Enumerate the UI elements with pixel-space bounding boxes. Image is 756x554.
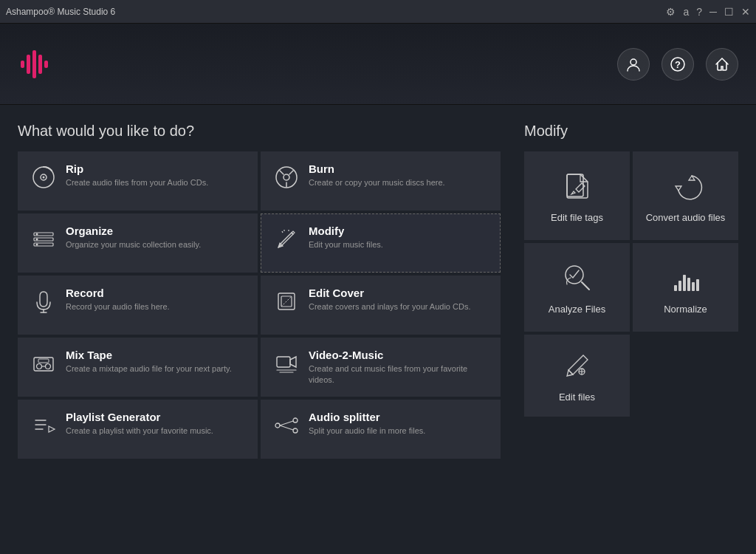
audio-splitter-item[interactable]: Audio splitter Split your audio file in … <box>261 400 501 459</box>
edit-cover-desc: Create covers and inlays for your Audio … <box>309 301 471 312</box>
svg-rect-47 <box>692 282 695 291</box>
modify-desc: Edit your music files. <box>309 239 383 250</box>
normalize-label: Normalize <box>664 304 707 316</box>
svg-rect-31 <box>277 357 290 367</box>
convert-audio-files-icon <box>668 168 704 205</box>
modify-grid: Edit file tags Convert audio files <box>524 151 738 417</box>
organize-text: Organize Organize your music collection … <box>66 225 201 250</box>
left-section-title: What would you like to do? <box>18 123 501 140</box>
burn-item[interactable]: Burn Create or copy your music discs her… <box>261 151 501 211</box>
svg-rect-46 <box>687 278 690 291</box>
home-button[interactable] <box>706 48 738 81</box>
edit-cover-item[interactable]: Edit Cover Create covers and inlays for … <box>261 276 501 335</box>
help-button[interactable]: ? <box>662 48 694 81</box>
svg-point-40 <box>293 428 298 433</box>
organize-item[interactable]: Organize Organize your music collection … <box>18 213 258 273</box>
svg-point-28 <box>37 364 42 369</box>
svg-line-26 <box>281 296 292 307</box>
audio-splitter-title: Audio splitter <box>309 411 425 423</box>
edit-files-item[interactable]: Edit files <box>524 335 630 417</box>
svg-point-17 <box>36 239 38 241</box>
svg-rect-43 <box>674 285 677 291</box>
video-2-music-title: Video-2-Music <box>309 349 488 361</box>
normalize-icon <box>668 259 704 296</box>
edit-file-tags-icon <box>560 168 595 205</box>
rip-item[interactable]: Rip Create audio files from your Audio C… <box>18 151 258 211</box>
svg-point-29 <box>46 364 51 369</box>
action-grid: Rip Create audio files from your Audio C… <box>18 151 501 459</box>
organize-desc: Organize your music collection easily. <box>66 239 201 250</box>
rip-icon <box>30 164 57 191</box>
rip-title: Rip <box>66 163 208 175</box>
svg-rect-44 <box>678 281 681 291</box>
convert-audio-files-label: Convert audio files <box>646 212 726 225</box>
video-2-music-text: Video-2-Music Create and cut music files… <box>309 349 488 386</box>
header-actions: ? <box>617 48 738 81</box>
burn-title: Burn <box>309 163 445 175</box>
svg-rect-30 <box>38 359 49 363</box>
edit-cover-title: Edit Cover <box>309 287 471 299</box>
account-button[interactable] <box>617 48 650 81</box>
settings-icon[interactable]: ⚙ <box>666 6 676 18</box>
svg-point-18 <box>36 244 38 246</box>
organize-icon <box>30 226 57 253</box>
audio-splitter-desc: Split your audio file in more files. <box>309 425 425 437</box>
playlist-generator-desc: Create a playlist with your favorite mus… <box>66 425 213 437</box>
edit-files-icon <box>561 347 594 384</box>
rip-text: Rip Create audio files from your Audio C… <box>66 163 208 188</box>
playlist-generator-text: Playlist Generator Create a playlist wit… <box>66 411 213 437</box>
svg-point-38 <box>275 423 280 428</box>
svg-rect-0 <box>21 61 24 68</box>
analyze-files-item[interactable]: Analyze Files <box>524 243 630 332</box>
analyze-files-label: Analyze Files <box>549 304 605 316</box>
maximize-icon[interactable]: ☐ <box>724 6 734 18</box>
record-desc: Record your audio files here. <box>66 301 170 312</box>
modify-title: Modify <box>309 225 383 237</box>
svg-marker-37 <box>49 426 55 432</box>
svg-rect-27 <box>34 358 53 371</box>
mix-tape-item[interactable]: Mix Tape Create a mixtape audio file for… <box>18 338 258 397</box>
svg-rect-48 <box>696 279 699 291</box>
svg-line-21 <box>282 231 283 233</box>
audio-splitter-text: Audio splitter Split your audio file in … <box>309 411 425 437</box>
video-2-music-item[interactable]: Video-2-Music Create and cut music files… <box>261 338 501 397</box>
svg-rect-3 <box>38 55 42 74</box>
playlist-generator-item[interactable]: Playlist Generator Create a playlist wit… <box>18 400 258 459</box>
record-text: Record Record your audio files here. <box>66 287 170 312</box>
record-title: Record <box>66 287 170 299</box>
analyze-files-icon <box>560 259 595 296</box>
mix-tape-title: Mix Tape <box>66 349 232 361</box>
svg-point-42 <box>566 266 583 284</box>
record-item[interactable]: Record Record your audio files here. <box>18 276 258 335</box>
help-icon[interactable]: ? <box>696 6 702 18</box>
convert-audio-files-item[interactable]: Convert audio files <box>633 151 738 240</box>
playlist-generator-icon <box>30 412 57 439</box>
normalize-item[interactable]: Normalize <box>633 243 738 332</box>
svg-rect-1 <box>27 55 30 74</box>
burn-text: Burn Create or copy your music discs her… <box>309 163 445 188</box>
left-section: What would you like to do? Rip Create au… <box>18 123 501 536</box>
svg-point-12 <box>284 174 289 180</box>
svg-point-5 <box>630 59 636 65</box>
video-2-music-desc: Create and cut music files from your fav… <box>309 363 488 386</box>
minimize-icon[interactable]: ─ <box>709 6 717 18</box>
organize-title: Organize <box>66 225 201 237</box>
mix-tape-text: Mix Tape Create a mixtape audio file for… <box>66 349 232 375</box>
edit-file-tags-label: Edit file tags <box>551 212 603 225</box>
edit-files-label: Edit files <box>559 391 595 404</box>
close-icon[interactable]: ✕ <box>741 6 750 18</box>
audio-splitter-icon <box>273 412 300 439</box>
title-bar-system-icons: ⚙ a ? ─ ☐ ✕ <box>666 6 750 18</box>
svg-rect-4 <box>44 61 48 68</box>
svg-point-10 <box>43 177 45 179</box>
burn-icon <box>273 164 300 191</box>
edit-file-tags-item[interactable]: Edit file tags <box>524 151 630 240</box>
mix-tape-desc: Create a mixtape audio file for your nex… <box>66 363 232 375</box>
modify-item[interactable]: Modify Edit your music files. <box>261 213 501 273</box>
playlist-generator-title: Playlist Generator <box>66 411 213 423</box>
svg-text:?: ? <box>675 59 681 70</box>
svg-rect-45 <box>683 275 686 291</box>
account-icon[interactable]: a <box>683 6 689 18</box>
burn-desc: Create or copy your music discs here. <box>309 177 445 188</box>
edit-cover-text: Edit Cover Create covers and inlays for … <box>309 287 471 312</box>
